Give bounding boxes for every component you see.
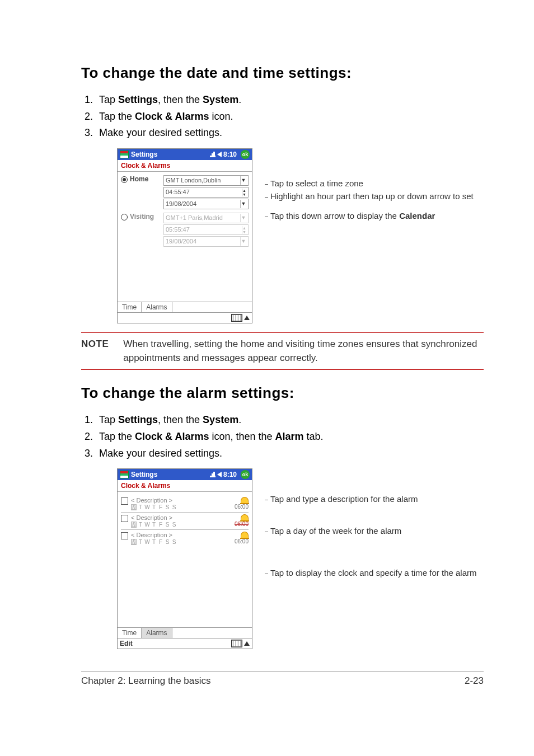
alarm-days: M T W T F S S — [131, 504, 235, 510]
step-text: tab. — [304, 431, 324, 442]
step-keyword: Settings — [118, 414, 158, 425]
bell-icon[interactable] — [241, 514, 249, 520]
chevron-down-icon[interactable]: ▼ — [240, 214, 246, 222]
step-item: Tap Settings, then the System. — [96, 412, 484, 429]
day-letter[interactable]: F — [158, 539, 163, 545]
alarm-time[interactable]: 06:00 — [235, 521, 249, 527]
field-value: GMT+1 Paris,Madrid — [166, 214, 239, 222]
keyboard-icon[interactable] — [231, 640, 242, 647]
tab-alarms[interactable]: Alarms — [142, 302, 172, 312]
home-timezone-dropdown[interactable]: GMT London,Dublin ▼ — [163, 175, 249, 186]
home-label: Home — [130, 175, 163, 183]
chevron-down-icon[interactable]: ▼ — [240, 200, 246, 208]
day-letter[interactable]: F — [158, 504, 163, 510]
signal-icon — [210, 152, 216, 157]
field-value: 19/08/2004 — [166, 200, 239, 208]
step-text: . — [238, 414, 241, 425]
day-letter[interactable]: S — [165, 522, 170, 528]
speaker-icon — [217, 152, 222, 157]
step-item: Tap the Clock & Alarms icon, then the Al… — [96, 429, 484, 445]
step-text: , then the — [158, 94, 203, 105]
tab-time[interactable]: Time — [118, 302, 142, 312]
step-item: Make your desired settings. — [96, 125, 484, 142]
alarm-time[interactable]: 06:00 — [235, 538, 249, 544]
alarm-checkbox[interactable] — [121, 532, 128, 539]
day-letter[interactable]: M — [131, 522, 137, 528]
pda-subheader: Clock & Alarms — [118, 160, 252, 172]
tab-time[interactable]: Time — [118, 628, 142, 638]
tabs-bar: Time Alarms — [118, 627, 252, 638]
bell-icon[interactable] — [241, 532, 249, 538]
visiting-radio[interactable] — [121, 214, 128, 220]
step-keyword: Alarm — [275, 431, 304, 442]
step-item: Tap the Clock & Alarms icon. — [96, 109, 484, 125]
alarm-description[interactable]: < Description > — [131, 532, 235, 538]
day-letter[interactable]: T — [151, 504, 157, 510]
time-spinner[interactable]: ▲▼ — [242, 189, 246, 196]
keyboard-icon[interactable] — [231, 314, 242, 322]
alarm-days: M T W T F S S — [131, 539, 235, 545]
ok-button[interactable]: ok — [241, 150, 250, 159]
day-letter[interactable]: S — [171, 539, 177, 545]
signal-icon — [210, 472, 216, 477]
day-letter[interactable]: T — [151, 539, 157, 545]
step-text: Tap the — [99, 431, 135, 442]
visiting-time-field[interactable]: 05:55:47 ▲▼ — [163, 224, 249, 235]
edit-menu[interactable]: Edit — [120, 640, 229, 647]
home-radio[interactable] — [121, 176, 128, 183]
bell-icon[interactable] — [241, 497, 249, 503]
day-letter[interactable]: F — [158, 522, 163, 528]
speaker-icon — [217, 472, 222, 477]
ok-button[interactable]: ok — [241, 470, 250, 479]
day-letter[interactable]: W — [144, 504, 150, 510]
day-letter[interactable]: S — [165, 504, 170, 510]
day-letter[interactable]: T — [138, 504, 143, 510]
pda-titlebar: Settings 8:10 ok — [118, 469, 252, 480]
callout-text: Tap to display the clock and specify a t… — [270, 568, 477, 577]
visiting-date-dropdown[interactable]: 19/08/2004 ▼ — [163, 236, 249, 247]
day-letter[interactable]: W — [144, 522, 150, 528]
visiting-timezone-dropdown[interactable]: GMT+1 Paris,Madrid ▼ — [163, 213, 249, 223]
alarm-days: M T W T F S S — [131, 522, 235, 528]
step-text: Tap — [99, 414, 118, 425]
note-block: NOTE When travelling, setting the home a… — [81, 332, 484, 370]
clock-text: 8:10 — [223, 471, 237, 478]
step-item: Make your desired settings. — [96, 445, 484, 462]
alarm-description[interactable]: < Description > — [131, 514, 235, 521]
step-text: icon. — [209, 111, 233, 122]
home-time-field[interactable]: 04:55:47 ▲▼ — [163, 187, 249, 198]
chevron-down-icon[interactable]: ▼ — [240, 237, 246, 246]
alarm-checkbox[interactable] — [121, 497, 128, 505]
day-letter[interactable]: S — [171, 504, 177, 510]
day-letter[interactable]: W — [144, 539, 150, 545]
chevron-down-icon[interactable]: ▼ — [240, 176, 246, 185]
day-letter[interactable]: S — [165, 539, 170, 545]
alarm-description[interactable]: < Description > — [131, 497, 235, 504]
step-text: icon, then the — [209, 431, 275, 442]
field-value: GMT London,Dublin — [166, 176, 239, 185]
alarm-checkbox[interactable] — [121, 515, 128, 522]
tab-alarms[interactable]: Alarms — [142, 628, 172, 638]
heading-date-time: To change the date and time settings: — [81, 64, 484, 82]
note-label: NOTE — [81, 337, 123, 365]
callout-text: Tap this down arrow to display the — [270, 211, 399, 220]
day-letter[interactable]: T — [138, 539, 143, 545]
pda-title: Settings — [131, 151, 157, 158]
page-footer: Chapter 2: Learning the basics 2-23 — [81, 672, 484, 687]
footer-page-number: 2-23 — [465, 675, 484, 687]
day-letter[interactable]: T — [151, 522, 157, 528]
alarm-row: < Description > M T W T F S S — [121, 495, 249, 513]
start-flag-icon[interactable] — [120, 151, 129, 158]
sip-up-icon[interactable] — [244, 316, 250, 320]
day-letter[interactable]: M — [131, 504, 137, 510]
alarm-time[interactable]: 06:00 — [235, 504, 249, 510]
field-value: 19/08/2004 — [166, 237, 239, 246]
time-spinner[interactable]: ▲▼ — [242, 226, 246, 234]
day-letter[interactable]: T — [138, 522, 143, 528]
day-letter[interactable]: M — [131, 539, 137, 545]
start-flag-icon[interactable] — [120, 471, 129, 478]
home-date-dropdown[interactable]: 19/08/2004 ▼ — [163, 199, 249, 209]
sip-up-icon[interactable] — [244, 641, 250, 646]
alarm-row: < Description > M T W T F S S — [121, 513, 249, 530]
day-letter[interactable]: S — [171, 522, 177, 528]
